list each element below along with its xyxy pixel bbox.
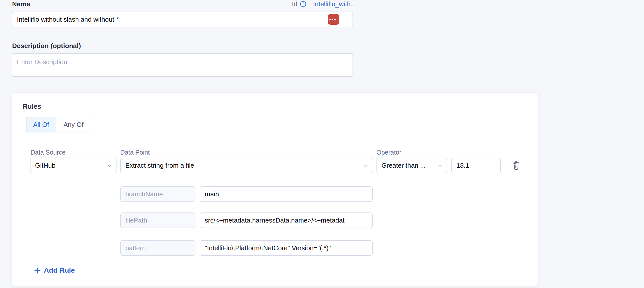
all-of-button[interactable]: All Of — [26, 117, 56, 132]
id-separator: : — [309, 0, 311, 8]
param-value-filepath-input[interactable] — [200, 212, 373, 228]
param-value-pattern-input[interactable] — [200, 240, 373, 256]
operator-threshold-input[interactable] — [451, 158, 501, 173]
entity-id-row: Id : Intelliflo_with... — [292, 0, 356, 8]
plus-icon — [34, 267, 41, 274]
add-rule-button[interactable]: Add Rule — [34, 266, 75, 274]
delete-rule-button[interactable] — [509, 158, 523, 173]
param-value-branchname-input[interactable] — [200, 186, 373, 202]
page: Name Id : Intelliflo_with... Description… — [0, 0, 644, 288]
rules-card: Rules All Of Any Of Data Source Data Poi… — [12, 93, 538, 286]
operator-column-label: Operator — [376, 149, 401, 156]
add-rule-label: Add Rule — [44, 266, 75, 274]
data-source-value: GitHub — [35, 162, 55, 169]
chevron-down-icon — [437, 163, 443, 169]
info-icon[interactable] — [300, 1, 307, 8]
data-point-column-label: Data Point — [120, 149, 150, 156]
password-manager-badge-icon[interactable] — [328, 14, 339, 25]
data-point-value: Extract string from a file — [125, 162, 194, 169]
name-label: Name — [12, 0, 30, 8]
description-textarea[interactable] — [12, 53, 353, 77]
match-type-toggle: All Of Any Of — [26, 117, 91, 132]
rules-heading: Rules — [23, 103, 41, 111]
data-source-select[interactable]: GitHub — [30, 158, 116, 173]
trash-icon — [512, 160, 520, 170]
data-source-column-label: Data Source — [31, 149, 66, 156]
param-key-pattern: pattern — [120, 240, 195, 256]
name-field-wrap — [12, 12, 353, 27]
any-of-button[interactable]: Any Of — [56, 117, 91, 132]
data-point-select[interactable]: Extract string from a file — [120, 158, 372, 173]
description-label: Description (optional) — [12, 42, 81, 50]
id-value-link[interactable]: Intelliflo_with... — [313, 0, 356, 8]
id-label: Id — [292, 0, 298, 8]
name-input[interactable] — [12, 12, 353, 27]
param-key-branchname: branchName — [120, 186, 195, 202]
chevron-down-icon — [106, 163, 112, 169]
operator-value: Greater than ... — [382, 162, 426, 169]
operator-select[interactable]: Greater than ... — [376, 158, 447, 173]
chevron-down-icon — [362, 163, 368, 169]
param-key-filepath: filePath — [120, 212, 195, 228]
